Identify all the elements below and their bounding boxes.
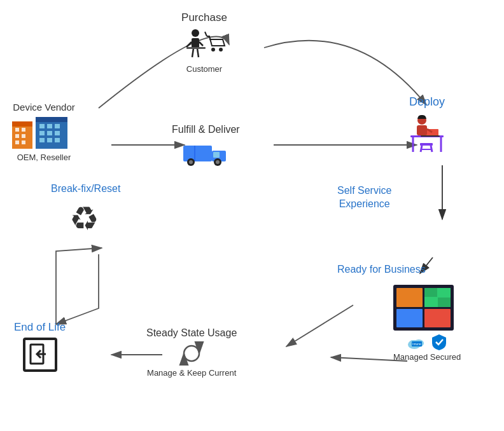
- purchase-icon: [181, 27, 227, 62]
- steady-state-node: Steady State Usage Manage & Keep Current: [146, 327, 237, 378]
- exit-door-icon: [23, 338, 57, 372]
- steady-state-label: Steady State Usage: [146, 327, 237, 339]
- svg-rect-21: [36, 117, 67, 122]
- device-vendor-label: Device Vendor: [9, 102, 79, 113]
- self-service-label: Self Service Experience: [337, 184, 391, 211]
- svg-rect-22: [39, 124, 45, 128]
- svg-rect-50: [421, 135, 440, 137]
- steady-state-sublabel: Manage & Keep Current: [146, 368, 237, 378]
- svg-rect-31: [183, 146, 212, 161]
- shield-icon: [431, 333, 447, 351]
- svg-rect-25: [39, 131, 45, 135]
- exit-icon-svg: [28, 343, 52, 367]
- lifecycle-diagram: Purchase Customer Device: [0, 0, 504, 431]
- fulfill-deliver-label: Fulfill & Deliver: [172, 124, 240, 135]
- svg-rect-13: [12, 121, 32, 127]
- svg-rect-16: [15, 134, 19, 138]
- svg-rect-29: [47, 138, 52, 142]
- break-fix-node: Break-fix/Reset ♻: [51, 183, 120, 239]
- svg-line-11: [205, 32, 207, 36]
- svg-rect-30: [55, 138, 60, 142]
- deploy-label: Deploy: [404, 95, 450, 109]
- svg-rect-24: [55, 124, 60, 128]
- svg-rect-52: [417, 125, 427, 135]
- fulfill-deliver-node: Fulfill & Deliver: [172, 124, 240, 171]
- cloud-icon: Intune: [407, 334, 427, 350]
- deploy-icon-area: [404, 111, 450, 153]
- ready-business-label: Ready for Business: [337, 264, 426, 275]
- svg-rect-17: [22, 134, 25, 138]
- svg-rect-18: [15, 140, 19, 144]
- recycle-icon: ♻: [67, 198, 105, 236]
- buildings-icon: [9, 115, 79, 150]
- sync-icon: [179, 341, 204, 366]
- fulfill-deliver-icon-area: [172, 138, 240, 168]
- svg-point-38: [216, 160, 220, 164]
- purchase-icon-area: [181, 27, 227, 62]
- svg-rect-19: [22, 140, 25, 144]
- svg-point-10: [219, 48, 223, 51]
- device-vendor-icon-area: [9, 115, 79, 150]
- svg-rect-26: [47, 131, 52, 135]
- break-fix-label: Break-fix/Reset: [51, 183, 120, 195]
- managed-secured-label: Managed Secured: [393, 352, 461, 362]
- truck-icon: [182, 138, 230, 168]
- svg-rect-14: [15, 128, 19, 132]
- break-fix-icon-area: ♻: [51, 198, 120, 236]
- purchase-label: Purchase: [181, 11, 227, 24]
- svg-line-4: [186, 42, 192, 47]
- svg-point-9: [211, 48, 215, 51]
- svg-line-7: [197, 48, 199, 57]
- svg-rect-15: [22, 128, 25, 132]
- windows-thumbnail: [393, 285, 454, 331]
- end-of-life-label: End of Life: [14, 321, 66, 334]
- deploy-node: Deploy: [404, 95, 450, 155]
- svg-rect-8: [186, 47, 206, 49]
- ready-business-node: Ready for Business: [337, 264, 426, 275]
- svg-rect-33: [213, 152, 220, 158]
- svg-rect-3: [192, 38, 199, 48]
- svg-rect-28: [39, 138, 45, 142]
- svg-point-2: [192, 29, 199, 37]
- managed-secured-node: Intune Managed Secured: [393, 285, 461, 362]
- badges-row: Intune: [393, 333, 461, 351]
- end-of-life-icon-area: [14, 338, 66, 372]
- svg-line-5: [199, 42, 203, 46]
- svg-line-6: [192, 48, 193, 57]
- svg-text:Intune: Intune: [412, 342, 421, 346]
- svg-text:♻: ♻: [69, 200, 99, 236]
- svg-point-36: [189, 160, 193, 164]
- self-service-node: Self Service Experience: [337, 184, 391, 211]
- device-vendor-node: Device Vendor: [9, 102, 79, 162]
- deploy-person-icon: [404, 111, 450, 153]
- purchase-node: Purchase Customer: [181, 11, 227, 74]
- svg-rect-42: [420, 143, 433, 146]
- steady-state-icon-area: [146, 341, 237, 366]
- end-of-life-node: End of Life: [14, 321, 66, 374]
- svg-rect-23: [47, 124, 52, 128]
- svg-rect-27: [55, 131, 60, 135]
- device-vendor-sublabel: OEM, Reseller: [9, 153, 79, 162]
- purchase-sublabel: Customer: [181, 64, 227, 74]
